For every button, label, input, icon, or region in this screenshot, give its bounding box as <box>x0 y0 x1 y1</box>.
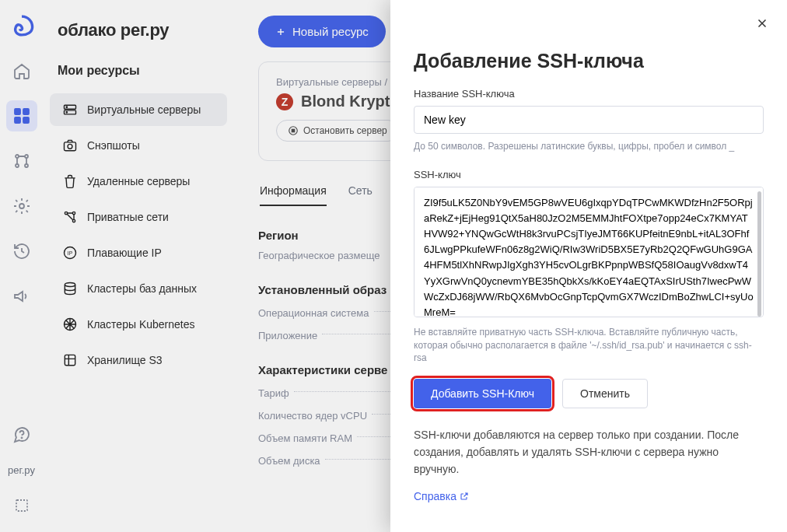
sidebar-item-s3-storage[interactable]: Хранилище S3 <box>50 344 227 376</box>
sidebar-item-label: Приватные сети <box>87 211 169 223</box>
ssh-key-textarea[interactable] <box>414 187 764 317</box>
disk-label: Объем диска <box>258 455 320 467</box>
rail-announce[interactable] <box>6 281 37 312</box>
sidebar-item-k8s-clusters[interactable]: Кластеры Kubernetes <box>50 308 227 341</box>
drawer-note: SSH-ключи добавляются на сервер только п… <box>414 427 764 478</box>
rail-support[interactable] <box>6 419 37 450</box>
brand-title: облако рег.ру <box>44 20 233 40</box>
sidebar-item-virtual-servers[interactable]: Виртуальные серверы <box>50 93 227 126</box>
ssh-name-label: Название SSH-ключа <box>414 88 764 100</box>
help-link[interactable]: Справка <box>414 490 764 502</box>
svg-rect-3 <box>23 117 29 123</box>
os-label: Операционная система <box>258 307 369 319</box>
rail-settings[interactable] <box>6 191 37 222</box>
svg-point-8 <box>19 204 24 208</box>
sidebar-item-label: Хранилище S3 <box>87 354 163 366</box>
svg-point-16 <box>68 144 72 149</box>
ssh-name-helper: До 50 символов. Разрешены латинские букв… <box>414 140 764 153</box>
svg-rect-15 <box>65 142 76 151</box>
sidebar-item-deleted-servers[interactable]: Удаленные серверы <box>50 165 227 198</box>
rail-home[interactable] <box>6 55 37 86</box>
rail-monitoring[interactable] <box>6 145 37 177</box>
add-ssh-submit-button[interactable]: Добавить SSH-Ключ <box>414 379 551 408</box>
svg-point-6 <box>16 164 19 167</box>
ssh-name-input[interactable] <box>414 106 764 134</box>
sidebar-item-label: Виртуальные серверы <box>87 103 201 116</box>
svg-point-7 <box>25 164 28 167</box>
rail-collapse[interactable] <box>6 490 37 521</box>
svg-point-9 <box>21 438 22 439</box>
sidebar-item-label: Кластеры Kubernetes <box>87 318 195 331</box>
svg-point-4 <box>16 155 19 158</box>
tariff-label: Тариф <box>258 387 289 399</box>
sidebar-item-label: Кластеры баз данных <box>87 282 197 295</box>
help-link-label: Справка <box>414 490 456 502</box>
svg-text:IP: IP <box>68 250 73 256</box>
stop-server-button[interactable]: Остановить сервер <box>276 120 399 142</box>
cancel-button[interactable]: Отменить <box>562 379 648 408</box>
vcpu-label: Количество ядер vCPU <box>258 410 367 422</box>
svg-point-17 <box>65 212 67 214</box>
rail-resources[interactable] <box>6 100 37 131</box>
sidebar-item-label: Снэпшоты <box>87 139 140 152</box>
ssh-key-helper: Не вставляйте приватную часть SSH-ключа.… <box>414 326 764 365</box>
rail-history[interactable] <box>6 236 37 267</box>
svg-rect-27 <box>294 129 295 132</box>
tab-info[interactable]: Информация <box>260 180 327 206</box>
svg-rect-26 <box>292 129 292 132</box>
svg-rect-10 <box>16 500 27 511</box>
svg-point-14 <box>66 112 67 113</box>
external-link-icon <box>460 492 469 501</box>
svg-point-22 <box>65 283 75 287</box>
vm-badge-icon: Z <box>276 93 293 110</box>
sidebar-item-label: Плавающие IP <box>87 247 162 259</box>
app-label: Приложение <box>258 330 317 341</box>
sidebar-item-floating-ip[interactable]: IP Плавающие IP <box>50 236 227 269</box>
svg-rect-1 <box>23 109 29 114</box>
stop-server-label: Остановить сервер <box>303 125 387 136</box>
svg-point-5 <box>25 155 28 158</box>
sidebar-item-db-clusters[interactable]: Кластеры баз данных <box>50 272 227 305</box>
rail-brand-text: рег.ру <box>8 461 35 479</box>
svg-rect-2 <box>15 117 20 123</box>
svg-point-18 <box>72 219 75 222</box>
sidebar-section-title: Мои ресурсы <box>44 40 233 90</box>
ram-label: Объем памяти RAM <box>258 432 352 444</box>
svg-rect-24 <box>65 355 75 365</box>
sidebar-item-private-networks[interactable]: Приватные сети <box>50 201 227 233</box>
new-resource-label: Новый ресурс <box>292 25 369 38</box>
textarea-scrollbar[interactable] <box>757 191 761 317</box>
ssh-key-label: SSH-ключ <box>414 169 764 180</box>
svg-point-13 <box>66 107 67 107</box>
svg-point-19 <box>72 212 75 214</box>
icon-rail: рег.ру <box>0 0 44 532</box>
logo-icon <box>9 12 35 41</box>
tab-network[interactable]: Сеть <box>348 180 373 206</box>
add-ssh-drawer: Добавление SSH-ключа Название SSH-ключа … <box>390 0 787 532</box>
drawer-title: Добавление SSH-ключа <box>414 50 764 72</box>
sidebar: облако рег.ру Мои ресурсы Виртуальные се… <box>44 0 233 532</box>
sidebar-item-label: Удаленные серверы <box>87 175 190 187</box>
sidebar-item-snapshots[interactable]: Снэпшоты <box>50 129 227 162</box>
svg-rect-0 <box>15 109 20 114</box>
vm-title: Blond Krypto <box>301 93 400 110</box>
drawer-close-button[interactable] <box>753 14 771 33</box>
new-resource-button[interactable]: Новый ресурс <box>258 16 386 47</box>
